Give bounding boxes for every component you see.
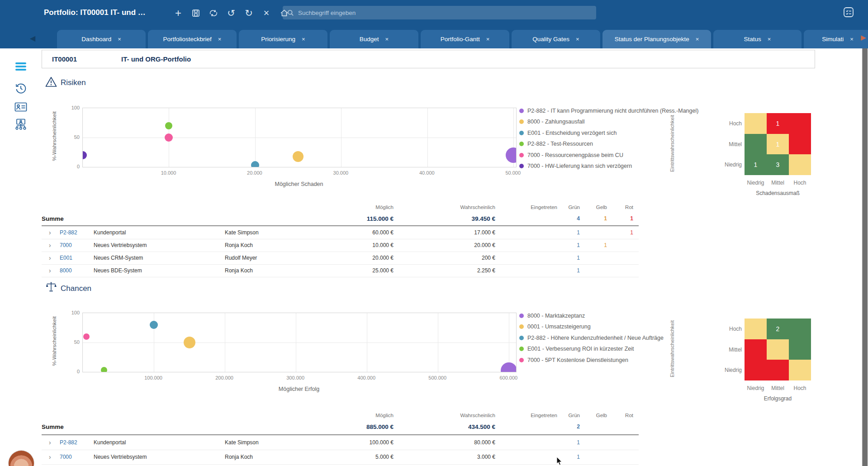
- sync-icon[interactable]: [209, 8, 218, 18]
- save-icon[interactable]: [191, 8, 201, 18]
- tab-close-icon[interactable]: ×: [850, 36, 854, 43]
- scrollbar-thumb[interactable]: [862, 48, 868, 466]
- tab-label: Status der Planungsobjekte: [615, 36, 689, 43]
- y-tick-label: 0: [67, 164, 80, 169]
- x-tick-label: 300.000: [280, 375, 311, 380]
- matrix-cell[interactable]: [767, 360, 789, 380]
- data-bubble[interactable]: [165, 122, 172, 129]
- table-row[interactable]: ›7000Neues VertriebsystemRonja Koch5.000…: [42, 450, 639, 465]
- matrix-row-label: Niedrig: [701, 162, 742, 168]
- matrix-cell[interactable]: 2: [767, 319, 789, 339]
- tab-close-icon[interactable]: ×: [385, 36, 389, 43]
- close-icon[interactable]: ×: [261, 8, 271, 18]
- tab-scroll-right-icon[interactable]: ▶: [861, 33, 866, 42]
- matrix-col-label: Niedrig: [745, 385, 767, 391]
- tab-status-der-planungsobjekte[interactable]: Status der Planungsobjekte×: [602, 30, 711, 48]
- checklist-icon[interactable]: [842, 6, 856, 19]
- row-name: Neues Vertriebsystem: [94, 454, 147, 460]
- data-bubble[interactable]: [251, 161, 259, 167]
- matrix-cell[interactable]: [789, 319, 811, 339]
- matrix-cell[interactable]: [745, 319, 767, 339]
- column-header: Eingetreten: [531, 413, 557, 418]
- table-row[interactable]: ›7000Neues VertriebsystemRonja Koch10.00…: [42, 239, 639, 252]
- id-card-icon[interactable]: [11, 99, 31, 114]
- data-bubble[interactable]: [501, 362, 517, 372]
- row-id-link[interactable]: P2-882: [60, 439, 77, 446]
- tab-label: Status: [744, 36, 761, 43]
- row-expand-icon[interactable]: ›: [49, 453, 51, 461]
- row-id-link[interactable]: 8000: [60, 267, 72, 274]
- x-tick-label: 500.000: [422, 375, 453, 380]
- legend-dot: [519, 324, 524, 329]
- matrix-cell[interactable]: [745, 339, 767, 360]
- matrix-cell[interactable]: [745, 113, 767, 134]
- tab-close-icon[interactable]: ×: [302, 36, 305, 43]
- menu-icon[interactable]: [11, 59, 31, 74]
- tab-close-icon[interactable]: ×: [768, 36, 771, 43]
- tab-budget[interactable]: Budget×: [330, 30, 418, 48]
- row-value: 200 €: [482, 255, 495, 261]
- matrix-cell[interactable]: 3: [767, 154, 789, 175]
- matrix-cell[interactable]: [789, 113, 811, 134]
- tab-quality-gates[interactable]: Quality Gates×: [512, 30, 600, 48]
- avatar[interactable]: [9, 451, 34, 466]
- tab-close-icon[interactable]: ×: [696, 36, 699, 43]
- row-expand-icon[interactable]: ›: [49, 229, 51, 236]
- history-icon[interactable]: [11, 81, 31, 96]
- tab-portfolio-gantt[interactable]: Portfolio-Gantt×: [421, 30, 509, 48]
- data-bubble[interactable]: [293, 151, 304, 162]
- data-bubble[interactable]: [184, 337, 195, 348]
- data-bubble[interactable]: [83, 333, 90, 340]
- row-id-link[interactable]: 7000: [60, 454, 72, 460]
- tab-close-icon[interactable]: ×: [486, 36, 490, 43]
- data-bubble[interactable]: [82, 151, 87, 159]
- row-id-link[interactable]: P2-882: [60, 229, 77, 236]
- matrix-cell[interactable]: [789, 339, 811, 360]
- legend-item: P2-882 - Höhere Kundenzufriedenheit / Ne…: [519, 334, 664, 342]
- data-bubble[interactable]: [165, 133, 173, 142]
- table-row[interactable]: ›P2-882KundenportalKate Simpson100.000 €…: [42, 435, 639, 450]
- tab-close-icon[interactable]: ×: [118, 36, 121, 43]
- matrix-cell[interactable]: 1: [767, 113, 789, 134]
- matrix-row-label: Mittel: [701, 347, 742, 353]
- undo-icon[interactable]: ↺: [226, 8, 236, 18]
- row-id-link[interactable]: E001: [60, 255, 72, 261]
- matrix-cell[interactable]: [745, 134, 767, 155]
- tab-status[interactable]: Status×: [713, 30, 802, 48]
- row-value: 25.000 €: [372, 267, 394, 274]
- x-tick-label: 30.000: [325, 170, 356, 176]
- tab-priorisierung[interactable]: Priorisierung×: [239, 30, 327, 48]
- row-expand-icon[interactable]: ›: [49, 439, 51, 446]
- tab-close-icon[interactable]: ×: [576, 36, 579, 43]
- table-row[interactable]: ›P2-882KundenportalKate Simpson60.000 €1…: [42, 226, 639, 239]
- matrix-cell[interactable]: [789, 134, 811, 155]
- row-expand-icon[interactable]: ›: [49, 254, 51, 262]
- plus-icon[interactable]: +: [173, 8, 183, 18]
- row-id-link[interactable]: 7000: [60, 242, 72, 248]
- matrix-cell[interactable]: 1: [767, 134, 789, 155]
- redo-icon[interactable]: ↻: [244, 8, 254, 18]
- search-input[interactable]: [297, 9, 592, 17]
- tab-scroll-left-icon[interactable]: ◀: [30, 34, 35, 43]
- matrix-cell[interactable]: [745, 360, 767, 380]
- legend-label: 8000 - Marktakzeptanz: [527, 313, 585, 319]
- tab-simulati[interactable]: Simulati×: [804, 30, 868, 48]
- table-row[interactable]: ›E001Neues CRM-SystemRudolf Meyer30.000 …: [42, 464, 639, 466]
- tab-dashboard[interactable]: Dashboard×: [57, 30, 146, 48]
- matrix-cell[interactable]: [789, 154, 811, 175]
- tab-portfoliosteckbrief[interactable]: Portfoliosteckbrief×: [148, 30, 237, 48]
- column-header: Gelb: [596, 413, 607, 418]
- tab-close-icon[interactable]: ×: [218, 36, 222, 43]
- data-bubble[interactable]: [101, 367, 107, 372]
- table-row[interactable]: ›8000Neues BDE-SystemRonja Koch25.000 €2…: [42, 264, 639, 277]
- matrix-cell[interactable]: [789, 360, 811, 380]
- org-chart-icon[interactable]: [11, 117, 31, 133]
- matrix-cell[interactable]: 1: [745, 154, 767, 175]
- matrix-cell[interactable]: [767, 339, 789, 360]
- row-expand-icon[interactable]: ›: [49, 267, 51, 274]
- table-row[interactable]: ›E001Neues CRM-SystemRudolf Meyer20.000 …: [42, 252, 639, 265]
- search-box[interactable]: [283, 6, 596, 19]
- data-bubble[interactable]: [506, 147, 517, 163]
- data-bubble[interactable]: [150, 321, 158, 329]
- row-expand-icon[interactable]: ›: [49, 242, 51, 249]
